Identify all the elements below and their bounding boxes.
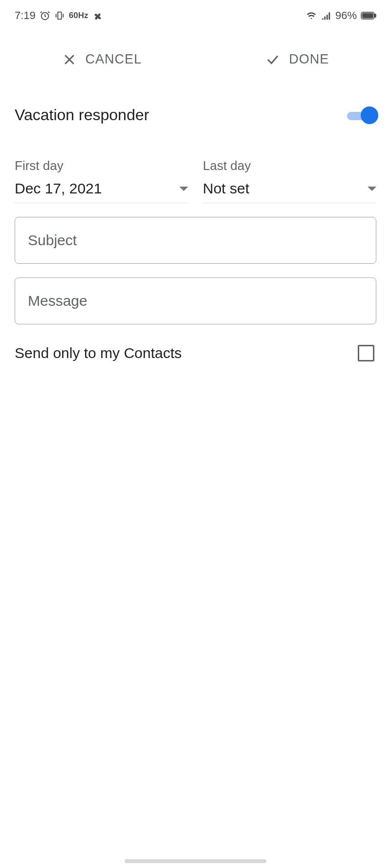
home-indicator[interactable] bbox=[125, 859, 266, 863]
top-actions: CANCEL DONE bbox=[0, 27, 391, 82]
done-button[interactable]: DONE bbox=[265, 52, 329, 67]
svg-rect-1 bbox=[58, 12, 61, 20]
last-day-select[interactable]: Not set bbox=[203, 180, 376, 203]
signal-icon bbox=[321, 10, 331, 21]
last-day-label: Last day bbox=[203, 158, 376, 173]
contacts-only-label: Send only to my Contacts bbox=[15, 345, 182, 361]
refresh-rate: 60Hz bbox=[69, 11, 88, 21]
date-row: First day Dec 17, 2021 Last day Not set bbox=[0, 134, 391, 203]
vacation-responder-toggle[interactable] bbox=[347, 106, 376, 124]
setting-title: Vacation responder bbox=[15, 106, 149, 124]
cancel-button[interactable]: CANCEL bbox=[62, 52, 142, 67]
alarm-icon bbox=[40, 10, 50, 21]
status-bar: 7:19 60Hz 96% bbox=[0, 0, 391, 27]
status-time: 7:19 bbox=[15, 9, 36, 22]
first-day-label: First day bbox=[15, 158, 188, 173]
vibrate-icon bbox=[54, 10, 65, 21]
subject-input[interactable] bbox=[28, 232, 363, 249]
battery-icon bbox=[361, 11, 376, 20]
chevron-down-icon bbox=[179, 187, 188, 191]
svg-rect-4 bbox=[362, 13, 373, 18]
cancel-label: CANCEL bbox=[86, 52, 142, 67]
fan-icon bbox=[92, 10, 103, 21]
message-field-container bbox=[15, 277, 376, 324]
status-left: 7:19 60Hz bbox=[15, 9, 103, 22]
done-label: DONE bbox=[289, 52, 329, 67]
first-day-select[interactable]: Dec 17, 2021 bbox=[15, 180, 188, 203]
chevron-down-icon bbox=[368, 187, 376, 191]
last-day-column: Last day Not set bbox=[203, 158, 376, 203]
battery-percent: 96% bbox=[335, 9, 357, 22]
last-day-value: Not set bbox=[203, 180, 249, 197]
first-day-column: First day Dec 17, 2021 bbox=[15, 158, 188, 203]
toggle-thumb bbox=[361, 106, 378, 124]
first-day-value: Dec 17, 2021 bbox=[15, 180, 102, 197]
wifi-icon bbox=[306, 10, 317, 21]
close-icon bbox=[62, 52, 77, 67]
check-icon bbox=[265, 52, 280, 67]
svg-rect-3 bbox=[375, 14, 376, 18]
setting-row: Vacation responder bbox=[0, 82, 391, 134]
subject-field-container bbox=[15, 217, 376, 264]
status-right: 96% bbox=[306, 9, 376, 22]
contacts-only-checkbox[interactable] bbox=[358, 345, 374, 361]
message-input[interactable] bbox=[28, 293, 363, 309]
contacts-only-row: Send only to my Contacts bbox=[0, 324, 391, 361]
